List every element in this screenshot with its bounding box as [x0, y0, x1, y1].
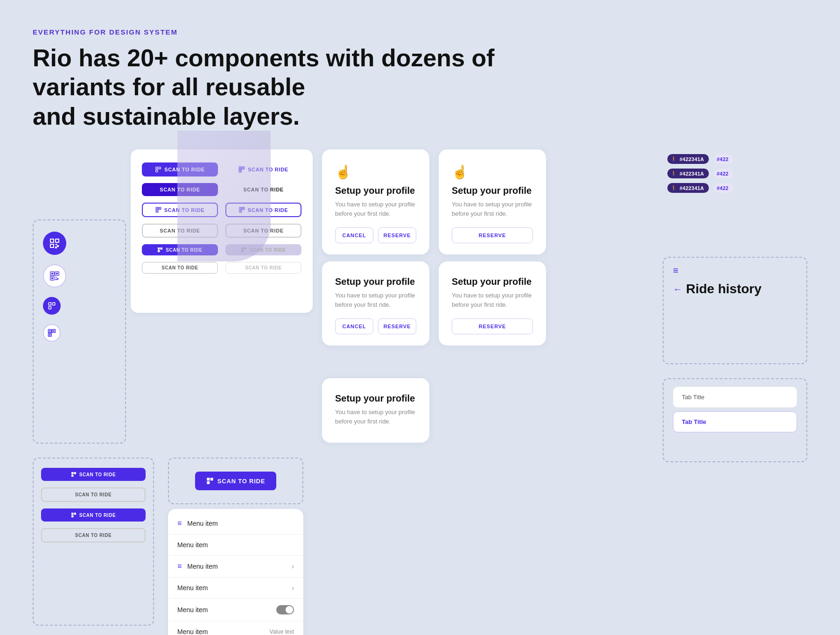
svg-rect-14 — [51, 277, 53, 279]
scan-list-item-1: SCAN TO RIDE — [41, 468, 146, 481]
color-chip-4: #422 — [714, 169, 733, 178]
svg-rect-4 — [56, 240, 58, 242]
scan-btn-list-3[interactable]: SCAN TO RIDE — [41, 508, 146, 522]
qr-icon-small-outline[interactable] — [43, 324, 61, 342]
toggle-knob-5 — [286, 606, 293, 614]
scan-to-ride-btn-8[interactable]: SCAN TO RIDE — [225, 224, 301, 238]
profile-card-2: ☝ Setup your profile You have to setup y… — [439, 149, 546, 254]
profile-card-1-title: Setup your profile — [335, 185, 416, 196]
svg-rect-6 — [56, 244, 57, 245]
scan-to-ride-btn-9[interactable]: SCAN TO RIDE — [142, 244, 218, 255]
scan-to-ride-btn-6[interactable]: SCAN TO RIDE — [225, 203, 301, 217]
svg-rect-63 — [71, 513, 74, 515]
toggle-switch-5[interactable] — [276, 605, 294, 614]
svg-rect-52 — [243, 208, 244, 209]
menu-item-4-text: Menu item — [177, 584, 286, 592]
qr-icon-outline-circle[interactable] — [43, 264, 66, 288]
scan-to-ride-btn-12[interactable]: SCAN TO RIDE — [225, 262, 301, 274]
menu-item-6-value: Value text — [270, 628, 294, 635]
cancel-btn-3[interactable]: CANCEL — [335, 318, 373, 334]
svg-rect-21 — [49, 303, 51, 305]
scan-to-ride-btn-7[interactable]: SCAN TO RIDE — [142, 224, 218, 238]
finger-icon-1: ☝ — [335, 164, 416, 180]
qr-icon-solid-circle[interactable] — [43, 232, 66, 255]
scan-btn-list-2[interactable]: SCAN TO RIDE — [41, 487, 146, 502]
svg-rect-46 — [159, 208, 160, 209]
menu-icon-1: ≡ — [177, 519, 182, 528]
tab-panel-dashed: Tab Title Tab Title — [663, 378, 807, 462]
chip-person-icon-3: 🚶 — [671, 185, 677, 191]
ride-history-title: Ride history — [686, 282, 762, 296]
scan-to-ride-standalone-dashed: SCAN TO RIDE — [168, 458, 303, 504]
menu-item-5[interactable]: Menu item — [168, 599, 303, 621]
svg-rect-7 — [57, 245, 59, 247]
svg-rect-16 — [57, 278, 58, 280]
menu-item-1[interactable]: ≡ Menu item — [168, 513, 303, 535]
headline: Rio has 20+ components with dozens of va… — [33, 43, 546, 131]
finger-icon-2: ☝ — [452, 164, 533, 180]
color-chips-section: 🚶 #422341A #422 🚶 #422341A #422 🚶 — [667, 149, 807, 198]
menu-item-3-text: Menu item — [187, 563, 286, 570]
reserve-btn-4[interactable]: RESERVE — [452, 318, 533, 334]
ride-history-dashed: ≡ ← Ride history — [663, 257, 807, 364]
headline-line2: and sustainable layers. — [33, 103, 300, 130]
reserve-btn-3[interactable]: RESERVE — [378, 318, 416, 334]
svg-rect-45 — [156, 208, 157, 209]
svg-rect-59 — [241, 250, 244, 253]
svg-rect-41 — [240, 170, 241, 171]
scan-list-dashed-card: SCAN TO RIDE SCAN TO RIDE SCAN TO RIDE — [33, 458, 154, 626]
menu-item-6[interactable]: Menu item Value text — [168, 621, 303, 635]
svg-rect-53 — [240, 211, 241, 212]
scan-btn-list-1[interactable]: SCAN TO RIDE — [41, 468, 146, 481]
scan-to-ride-btn-10[interactable]: SCAN TO RIDE — [225, 244, 301, 255]
header-section: EVERYTHING FOR DESIGN SYSTEM Rio has 20+… — [33, 28, 807, 131]
svg-rect-13 — [56, 273, 58, 275]
canvas-area: SCAN TO RIDE SCAN TO RIDE SCAN TO RIDE S… — [33, 149, 807, 635]
profile-card-1-desc: You have to setup your profile before yo… — [335, 200, 416, 218]
scan-to-ride-standalone-btn[interactable]: SCAN TO RIDE — [195, 472, 276, 490]
chip-person-icon-1: 🚶 — [671, 156, 677, 162]
profile-card-4-title: Setup your profile — [452, 276, 533, 287]
menu-icon-3: ≡ — [177, 562, 182, 571]
menu-item-1-text: Menu item — [187, 520, 294, 527]
profile-card-1: ☝ Setup your profile You have to setup y… — [322, 149, 429, 254]
color-chip-3: 🚶 #422341A — [667, 169, 709, 178]
color-chip-1: 🚶 #422341A — [667, 154, 709, 164]
scan-to-ride-btn-4[interactable]: SCAN TO RIDE — [225, 183, 301, 196]
scan-btn-list-4[interactable]: SCAN TO RIDE — [41, 528, 146, 543]
tab-item-2[interactable]: Tab Title — [673, 411, 797, 432]
hamburger-icon[interactable]: ≡ — [673, 265, 797, 276]
menu-item-2[interactable]: Menu item — [168, 535, 303, 556]
svg-rect-64 — [74, 513, 76, 515]
menu-item-3[interactable]: ≡ Menu item › — [168, 556, 303, 578]
reserve-btn-1[interactable]: RESERVE — [378, 227, 416, 243]
svg-rect-62 — [71, 475, 74, 477]
scan-to-ride-btn-3[interactable]: SCAN TO RIDE — [142, 183, 218, 196]
scan-to-ride-btn-11[interactable]: SCAN TO RIDE — [142, 262, 218, 274]
svg-rect-8 — [55, 247, 57, 248]
qr-icon-small-solid[interactable] — [43, 297, 61, 315]
svg-rect-34 — [159, 168, 161, 169]
profile-card-3-desc: You have to setup your profile before yo… — [335, 291, 416, 309]
svg-rect-56 — [158, 250, 160, 253]
svg-rect-27 — [49, 331, 50, 332]
profile-card-5-desc: You have to setup your profile before yo… — [335, 408, 416, 426]
menu-item-4[interactable]: Menu item › — [168, 578, 303, 599]
tab-item-1[interactable]: Tab Title — [673, 387, 797, 408]
icon-circles-dashed-card — [33, 219, 126, 444]
svg-rect-58 — [244, 247, 246, 250]
svg-rect-54 — [158, 247, 160, 250]
svg-rect-22 — [53, 303, 55, 305]
menu-item-5-text: Menu item — [177, 606, 271, 614]
scan-to-ride-btn-5[interactable]: SCAN TO RIDE — [142, 203, 218, 217]
scan-to-ride-btn-2[interactable]: SCAN TO RIDE — [225, 162, 301, 176]
svg-rect-68 — [207, 481, 210, 484]
scan-to-ride-btn-1[interactable]: SCAN TO RIDE — [142, 162, 218, 176]
qr-icon-inline — [155, 166, 161, 173]
scan-list-item-4: SCAN TO RIDE — [41, 528, 146, 543]
profile-card-4-desc: You have to setup your profile before yo… — [452, 291, 533, 309]
profile-card-5: Setup your profile You have to setup you… — [322, 378, 429, 443]
back-arrow-icon[interactable]: ← — [673, 284, 682, 295]
cancel-btn-1[interactable]: CANCEL — [335, 227, 373, 243]
reserve-btn-2[interactable]: RESERVE — [452, 227, 533, 243]
